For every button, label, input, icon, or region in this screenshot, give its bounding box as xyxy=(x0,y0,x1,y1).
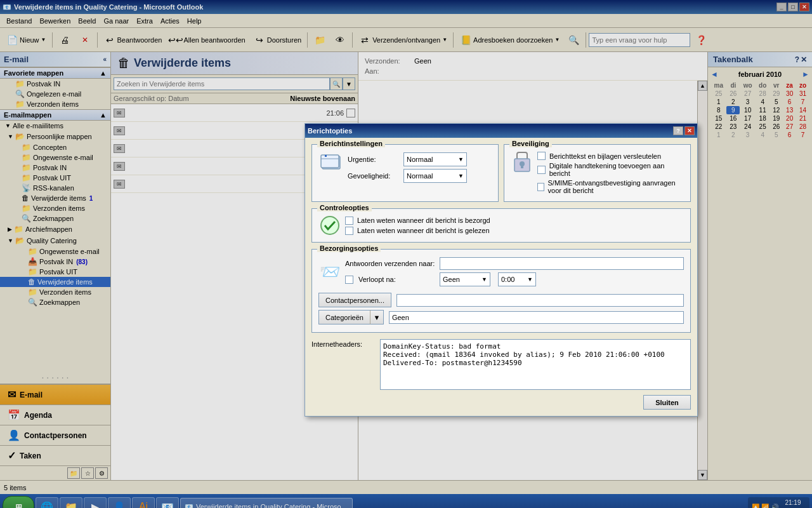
berichtinstellingen-title: Berichtinstellingen xyxy=(317,140,385,147)
reply-to-label: Antwoorden verzenden naar: xyxy=(345,260,435,267)
dialog-close-button[interactable]: ✕ xyxy=(684,126,695,135)
encrypt-row: Berichttekst en bijlagen versleutelen xyxy=(537,152,684,160)
sign-label: Digitale handtekening toevoegen aan beri… xyxy=(549,162,684,177)
dialog-title-buttons: ? ✕ xyxy=(673,126,695,135)
urgency-row: Urgentie: Normaal ▼ xyxy=(348,152,467,166)
control-icon xyxy=(318,214,341,237)
message-settings-content: Urgentie: Normaal ▼ Gevoeligheid: Normaa… xyxy=(318,150,492,185)
dialog-title-text: Berichtopties xyxy=(308,127,352,135)
categories-dropdown-btn[interactable]: ▼ xyxy=(370,310,384,324)
sensitivity-row: Gevoeligheid: Normaal ▼ xyxy=(348,169,467,183)
beveiliging-section: Beveiliging Berichttekst en bijlagen ver… xyxy=(504,144,691,202)
expires-time-arrow: ▼ xyxy=(527,276,533,283)
dialog-title-bar: Berichtopties ? ✕ xyxy=(305,124,697,138)
receipt-label: S/MIME-ontvangstbevestiging aanvragen vo… xyxy=(548,179,684,194)
expires-date-arrow: ▼ xyxy=(481,276,487,283)
internetheaders-row: Internetheaders: DomainKey-Status: bad f… xyxy=(311,339,691,390)
security-icon xyxy=(511,150,534,175)
urgency-select[interactable]: Normaal ▼ xyxy=(403,152,467,166)
categories-row: Categorieën ▼ xyxy=(318,310,684,324)
dialog-buttons: Sluiten xyxy=(311,395,691,410)
categories-btn-group: Categorieën ▼ xyxy=(318,310,384,324)
dialog-body: Berichtinstellingen Urgentie: Normaal ▼ xyxy=(305,138,697,416)
contacts-input[interactable] xyxy=(396,294,684,307)
internetheaders-textarea[interactable]: DomainKey-Status: bad format Received: (… xyxy=(380,339,691,390)
security-content: Berichttekst en bijlagen versleutelen Di… xyxy=(511,150,684,196)
contacts-row: Contactpersonen... xyxy=(318,293,684,307)
read-label: Laten weten wanneer dit bericht is gelez… xyxy=(357,227,490,234)
security-checkboxes: Berichttekst en bijlagen versleutelen Di… xyxy=(537,150,684,196)
categories-input[interactable] xyxy=(389,311,684,324)
svg-point-8 xyxy=(321,217,339,234)
message-settings-icon xyxy=(318,150,344,175)
receipt-row: S/MIME-ontvangstbevestiging aanvragen vo… xyxy=(537,179,684,194)
delivered-row: Laten weten wanneer dit bericht is bezor… xyxy=(345,217,490,225)
control-content: Laten weten wanneer dit bericht is bezor… xyxy=(318,214,684,237)
expires-row: Verloopt na: Geen ▼ 0:00 ▼ xyxy=(345,272,684,286)
expires-date-select[interactable]: Geen ▼ xyxy=(440,272,490,286)
svg-rect-7 xyxy=(521,165,523,168)
delivery-icon: 📨 xyxy=(318,262,341,282)
expires-time-select[interactable]: 0:00 ▼ xyxy=(498,272,536,286)
urgency-select-arrow: ▼ xyxy=(458,156,464,163)
encrypt-label: Berichttekst en bijlagen versleutelen xyxy=(549,152,661,160)
delivery-fields: Antwoorden verzenden naar: Verloopt na: … xyxy=(345,255,684,289)
internetheaders-label: Internetheaders: xyxy=(311,339,375,348)
categories-button[interactable]: Categorieën xyxy=(318,310,370,324)
sensitivity-select[interactable]: Normaal ▼ xyxy=(403,169,467,183)
dialog-top-section: Berichtinstellingen Urgentie: Normaal ▼ xyxy=(311,144,691,208)
delivered-label: Laten weten wanneer dit bericht is bezor… xyxy=(357,217,490,224)
settings-fields: Urgentie: Normaal ▼ Gevoeligheid: Normaa… xyxy=(348,150,467,185)
delivery-content: 📨 Antwoorden verzenden naar: Verloopt na… xyxy=(318,255,684,289)
read-row: Laten weten wanneer dit bericht is gelez… xyxy=(345,227,490,235)
controleopties-section: Controleopties Laten weten wanneer dit b… xyxy=(311,208,691,243)
contactpersonen-button[interactable]: Contactpersonen... xyxy=(318,293,391,307)
sluiten-button[interactable]: Sluiten xyxy=(643,395,691,410)
sign-checkbox[interactable] xyxy=(537,166,546,174)
sensitivity-select-arrow: ▼ xyxy=(458,173,464,179)
berichtopties-dialog: Berichtopties ? ✕ Berichtinstellingen xyxy=(304,123,698,417)
berichtinstellingen-section: Berichtinstellingen Urgentie: Normaal ▼ xyxy=(311,144,499,202)
bezorgingsopties-section: Bezorgingsopties 📨 Antwoorden verzenden … xyxy=(311,249,691,333)
reply-to-row: Antwoorden verzenden naar: xyxy=(345,257,684,270)
beveiliging-title: Beveiliging xyxy=(509,140,552,147)
svg-rect-1 xyxy=(321,155,339,168)
expires-label: Verloopt na: xyxy=(358,276,435,283)
sensitivity-label: Gevoeligheid: xyxy=(348,172,398,180)
svg-rect-3 xyxy=(325,155,327,157)
encrypt-checkbox[interactable] xyxy=(537,152,546,160)
receipt-checkbox[interactable] xyxy=(537,183,544,191)
controleopties-title: Controleopties xyxy=(317,204,372,211)
bezorgingsopties-title: Bezorgingsopties xyxy=(317,244,381,252)
dialog-help-button[interactable]: ? xyxy=(673,126,683,135)
expires-checkbox[interactable] xyxy=(345,276,353,284)
urgency-label: Urgentie: xyxy=(348,156,398,163)
read-checkbox[interactable] xyxy=(345,227,353,235)
delivered-checkbox[interactable] xyxy=(345,217,353,225)
reply-to-input[interactable] xyxy=(440,257,684,270)
control-checkboxes: Laten weten wanneer dit bericht is bezor… xyxy=(345,215,490,237)
dialog-overlay: Berichtopties ? ✕ Berichtinstellingen xyxy=(0,0,812,508)
sign-row: Digitale handtekening toevoegen aan beri… xyxy=(537,162,684,177)
